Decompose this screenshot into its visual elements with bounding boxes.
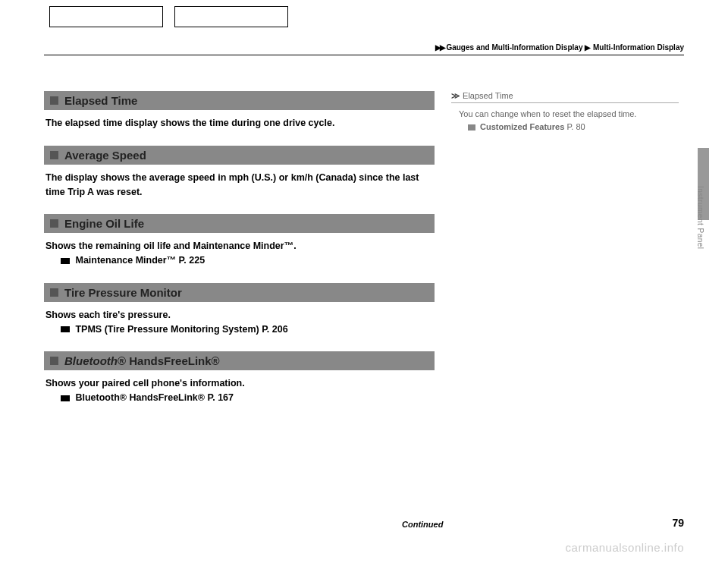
- ref-icon: [61, 326, 70, 332]
- section-title: Elapsed Time: [64, 94, 137, 107]
- sidebar-ref-label: Customized Features: [480, 122, 564, 131]
- section-title: Tire Pressure Monitor: [64, 286, 182, 299]
- sidebar-header-title: Elapsed Time: [463, 91, 513, 100]
- square-icon: [50, 151, 58, 159]
- top-button-1[interactable]: [49, 6, 163, 27]
- sidebar-text: You can change when to reset the elapsed…: [451, 108, 679, 121]
- section-title: Bluetooth® HandsFreeLink®: [64, 354, 220, 367]
- breadcrumb: ▶▶ Gauges and Multi-Information Display …: [435, 43, 684, 52]
- page-number: 79: [672, 517, 684, 529]
- breadcrumb-path2: Multi-Information Display: [593, 43, 684, 52]
- breadcrumb-path1: Gauges and Multi-Information Display: [446, 43, 582, 52]
- section-header-elapsed-time: Elapsed Time: [44, 91, 435, 110]
- section-header-engine-oil: Engine Oil Life: [44, 214, 435, 233]
- ref-icon: [468, 124, 475, 131]
- watermark: carmanualsonline.info: [566, 541, 684, 554]
- breadcrumb-arrow: ▶▶: [435, 43, 444, 52]
- vertical-section-label: Instrument Panel: [696, 186, 704, 250]
- body-text: Shows the remaining oil life and Mainten…: [46, 241, 297, 251]
- section-body: The display shows the average speed in m…: [46, 171, 433, 200]
- top-button-2[interactable]: [174, 6, 288, 27]
- square-icon: [50, 219, 58, 228]
- cross-reference: TPMS (Tire Pressure Monitoring System) P…: [61, 322, 433, 337]
- section-body: Shows each tire's pressure. TPMS (Tire P…: [46, 308, 433, 337]
- sidebar-column: ≫ Elapsed Time You can change when to re…: [451, 91, 679, 131]
- square-icon: [50, 357, 58, 365]
- continued-label: Continued: [402, 520, 443, 529]
- divider: [44, 55, 684, 55]
- ref-text: Maintenance Minder™ P. 225: [75, 255, 205, 266]
- body-text: Shows your paired cell phone's informati…: [46, 378, 245, 388]
- section-title: Engine Oil Life: [64, 217, 144, 230]
- breadcrumb-sep: ▶: [585, 43, 591, 52]
- ref-icon: [61, 395, 70, 401]
- section-body: Shows the remaining oil life and Mainten…: [46, 239, 433, 268]
- section-title: Average Speed: [64, 149, 146, 162]
- title-italic: Bluetooth: [64, 354, 118, 367]
- ref-icon: [61, 258, 70, 264]
- cross-reference: Maintenance Minder™ P. 225: [61, 253, 433, 268]
- section-header-tire-pressure: Tire Pressure Monitor: [44, 283, 435, 302]
- square-icon: [50, 288, 58, 297]
- cross-reference: Bluetooth® HandsFreeLink® P. 167: [61, 391, 433, 405]
- square-icon: [50, 96, 58, 105]
- section-body: The elapsed time display shows the time …: [46, 116, 433, 131]
- ref-text: TPMS (Tire Pressure Monitoring System) P…: [75, 324, 287, 335]
- sidebar-header: ≫ Elapsed Time: [451, 91, 679, 103]
- section-body: Shows your paired cell phone's informati…: [46, 376, 433, 405]
- double-arrow-icon: ≫: [451, 91, 460, 100]
- main-column: Elapsed Time The elapsed time display sh…: [44, 91, 435, 420]
- sidebar-reference: Customized Features P. 80: [451, 122, 679, 131]
- body-text: Shows each tire's pressure.: [46, 310, 171, 320]
- ref-text: Bluetooth® HandsFreeLink® P. 167: [75, 392, 234, 403]
- sidebar-ref-page: P. 80: [566, 122, 585, 131]
- section-header-average-speed: Average Speed: [44, 146, 435, 165]
- section-header-bluetooth: Bluetooth® HandsFreeLink®: [44, 351, 435, 370]
